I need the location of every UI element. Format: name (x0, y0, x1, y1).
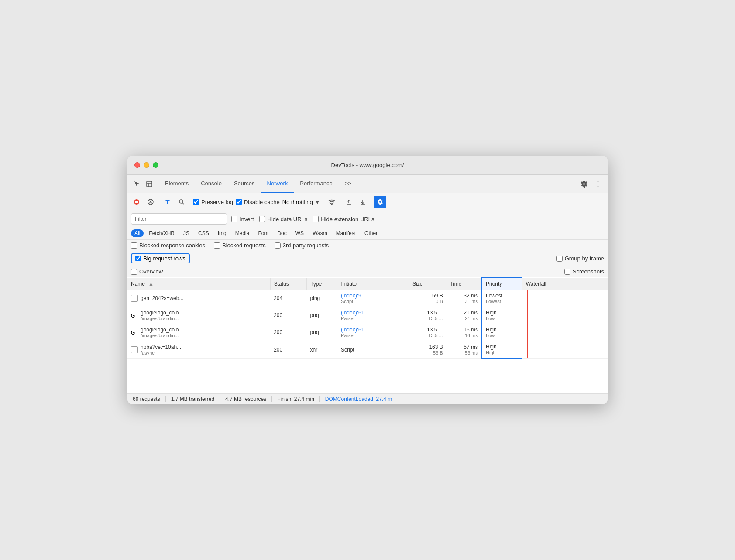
td-status: 204 (270, 290, 306, 307)
svg-rect-5 (135, 201, 138, 203)
td-time: 21 ms 21 ms (446, 307, 482, 324)
td-waterfall (522, 307, 608, 324)
filter-icon[interactable] (162, 196, 173, 208)
td-priority: High Low (482, 307, 522, 324)
maximize-button[interactable] (153, 162, 158, 168)
window-title: DevTools - www.google.com/ (331, 162, 404, 168)
hide-extension-urls-checkbox[interactable]: Hide extension URLs (313, 216, 374, 222)
td-type: png (307, 324, 337, 341)
upload-icon[interactable] (343, 196, 354, 208)
type-other-button[interactable]: Other (361, 229, 381, 237)
chevron-down-icon: ▼ (315, 199, 320, 205)
th-status[interactable]: Status (270, 278, 306, 290)
third-party-requests-checkbox[interactable]: 3rd-party requests (275, 242, 329, 249)
row-checkbox[interactable] (131, 346, 138, 353)
tab-sources[interactable]: Sources (228, 175, 261, 193)
type-css-button[interactable]: CSS (195, 229, 213, 237)
td-name: gen_204?s=web... (127, 290, 270, 307)
td-type: png (307, 307, 337, 324)
type-doc-button[interactable]: Doc (274, 229, 290, 237)
type-js-button[interactable]: JS (180, 229, 193, 237)
td-time: 57 ms 53 ms (446, 341, 482, 359)
table-row[interactable]: hpba?vet=10ah... /async 200 xhr Script 1… (127, 341, 608, 359)
td-size: 13.5 ... 13.5 ... (409, 307, 446, 324)
td-initiator: (index):9 Script (337, 290, 409, 307)
invert-checkbox[interactable]: Invert (231, 216, 254, 222)
td-type: ping (307, 290, 337, 307)
screenshots-checkbox[interactable]: Screenshots (564, 268, 604, 275)
th-priority[interactable]: Priority (482, 278, 522, 290)
type-manifest-button[interactable]: Manifest (333, 229, 359, 237)
overview-checkbox[interactable]: Overview (131, 268, 163, 275)
close-button[interactable] (134, 162, 140, 168)
devtools-window: DevTools - www.google.com/ Elements Cons… (127, 156, 608, 404)
type-img-button[interactable]: Img (214, 229, 230, 237)
type-font-button[interactable]: Font (254, 229, 272, 237)
waterfall-red-line (527, 290, 528, 307)
svg-point-8 (331, 204, 332, 205)
td-time: 16 ms 14 ms (446, 324, 482, 341)
network-toolbar: Preserve log Disable cache No throttling… (127, 193, 608, 211)
overview-row: Overview Screenshots (127, 266, 608, 277)
svg-point-1 (598, 181, 599, 182)
throttling-select[interactable]: No throttling ▼ (282, 199, 320, 205)
tab-console[interactable]: Console (195, 175, 228, 193)
table-row[interactable]: G googlelogo_colo... /images/brandin... … (127, 307, 608, 324)
table-row[interactable]: G googlelogo_colo... /images/brandin... … (127, 324, 608, 341)
th-time[interactable]: Time (446, 278, 482, 290)
status-finish: Finish: 27.4 min (272, 396, 320, 402)
toolbar-divider-5 (371, 198, 371, 206)
titlebar: DevTools - www.google.com/ (127, 156, 608, 175)
toolbar-divider-3 (323, 198, 323, 206)
download-icon[interactable] (357, 196, 368, 208)
table-header-row: Name ▲ Status Type Initiator Size (127, 278, 608, 290)
minimize-button[interactable] (144, 162, 149, 168)
toolbar-divider-4 (340, 198, 340, 206)
type-media-button[interactable]: Media (232, 229, 253, 237)
toolbar-divider-1 (159, 198, 159, 206)
type-wasm-button[interactable]: Wasm (309, 229, 331, 237)
td-initiator: Script (337, 341, 409, 359)
th-size[interactable]: Size (409, 278, 446, 290)
type-all-button[interactable]: All (131, 229, 144, 237)
td-priority: Lowest Lowest (482, 290, 522, 307)
tab-elements[interactable]: Elements (159, 175, 195, 193)
hide-data-urls-checkbox[interactable]: Hide data URLs (259, 216, 308, 222)
blocked-requests-checkbox[interactable]: Blocked requests (214, 242, 266, 249)
th-name[interactable]: Name ▲ (127, 278, 270, 290)
type-fetch-xhr-button[interactable]: Fetch/XHR (145, 229, 178, 237)
big-request-rows-checkbox[interactable]: Big request rows (131, 253, 190, 263)
td-type: xhr (307, 341, 337, 359)
type-ws-button[interactable]: WS (292, 229, 307, 237)
td-name: hpba?vet=10ah... /async (127, 341, 270, 359)
td-name: G googlelogo_colo... /images/brandin... (127, 324, 270, 341)
table-row[interactable]: gen_204?s=web... 204 ping (index):9 Scri… (127, 290, 608, 307)
stop-recording-icon[interactable] (131, 196, 142, 208)
cursor-icon[interactable] (131, 178, 143, 190)
inspector-icon[interactable] (143, 178, 155, 190)
td-time: 32 ms 31 ms (446, 290, 482, 307)
th-type[interactable]: Type (307, 278, 337, 290)
tab-performance[interactable]: Performance (294, 175, 338, 193)
type-filter-row: All Fetch/XHR JS CSS Img Media Font Doc … (127, 227, 608, 240)
td-name: G googlelogo_colo... /images/brandin... (127, 307, 270, 324)
row-checkbox[interactable] (131, 295, 138, 302)
wifi-icon[interactable] (326, 196, 337, 208)
blocked-response-cookies-checkbox[interactable]: Blocked response cookies (131, 242, 205, 249)
search-icon[interactable] (176, 196, 187, 208)
network-settings-button[interactable] (374, 196, 386, 208)
svg-rect-0 (147, 181, 152, 187)
group-by-frame-checkbox[interactable]: Group by frame (556, 255, 604, 262)
filter-input[interactable] (131, 213, 227, 225)
devtools-settings-icon[interactable] (578, 178, 590, 190)
preserve-log-checkbox[interactable]: Preserve log (193, 199, 233, 205)
clear-icon[interactable] (145, 196, 156, 208)
waterfall-red-line (527, 307, 528, 324)
disable-cache-checkbox[interactable]: Disable cache (236, 199, 280, 205)
table-row-empty (127, 358, 608, 376)
th-initiator[interactable]: Initiator (337, 278, 409, 290)
tab-more[interactable]: >> (339, 175, 357, 193)
tab-network[interactable]: Network (261, 175, 294, 193)
th-waterfall[interactable]: Waterfall (522, 278, 608, 290)
devtools-kebab-icon[interactable] (592, 178, 604, 190)
